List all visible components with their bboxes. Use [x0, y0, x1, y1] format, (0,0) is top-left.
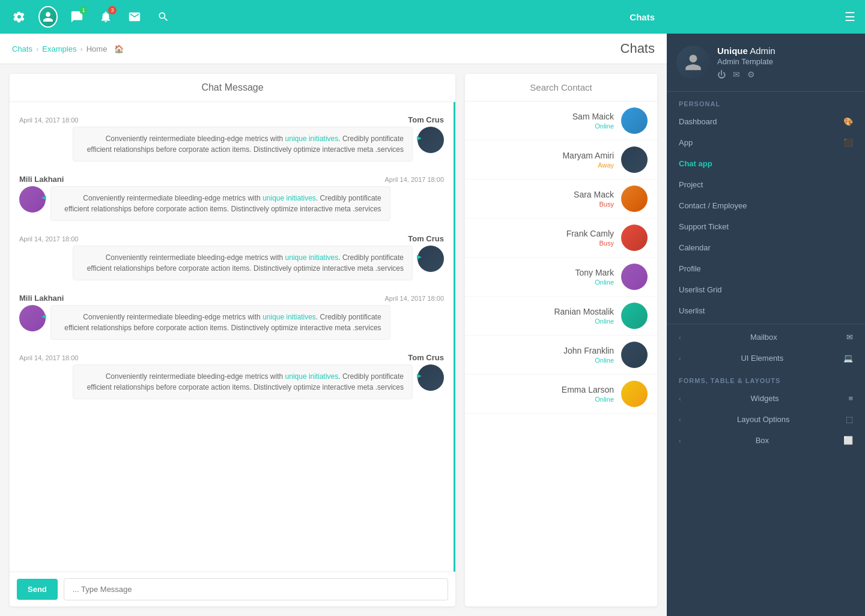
contact-item[interactable]: Maryam Amiri Away: [465, 140, 657, 180]
topnav-left: 1 3: [10, 7, 845, 26]
topnav-right: ☰: [845, 10, 855, 24]
sidebar-item-widgets[interactable]: ‹ Widgets ≡: [667, 388, 865, 409]
sidebar-item-chatapp[interactable]: Chat app: [667, 153, 865, 174]
settings-icon[interactable]: [10, 7, 29, 26]
contact-status: Online: [475, 396, 614, 403]
search-icon[interactable]: [154, 7, 173, 26]
sidebar-item-calendar-label: Calendar: [679, 243, 711, 252]
sidebar-item-mailbox[interactable]: ‹ Mailbox ✉: [667, 327, 865, 348]
contact-item[interactable]: Ranian Mostalik Online: [465, 297, 657, 336]
chat-bubble: Conveniently reintermediate bleeding-edg…: [73, 364, 413, 399]
chat-message: Conveniently reintermediate bleeding-edg…: [19, 305, 444, 340]
sidebar-item-project-label: Project: [679, 180, 703, 189]
send-button[interactable]: Send: [17, 579, 58, 600]
contact-info: Maryam Amiri Away: [475, 151, 614, 169]
chat-timestamp-row: April 14, 2017 18:00Tom Crus: [19, 234, 444, 243]
contacts-list: Sam Maick Online Maryam Amiri Away Sara …: [465, 101, 657, 606]
contact-item[interactable]: Emma Larson Online: [465, 375, 657, 414]
top-navbar: 1 3 Chats ☰: [0, 0, 865, 34]
contact-name: Tony Mark: [475, 268, 614, 277]
contact-avatar: [621, 225, 648, 251]
contact-status: Away: [475, 162, 614, 169]
sidebar-divider-1: [667, 324, 865, 324]
dashboard-icon: 🎨: [843, 117, 853, 126]
contact-status: Busy: [475, 201, 614, 208]
forms-section-label: FORMS, TABLE & LAYOUTS: [667, 369, 865, 388]
contact-item[interactable]: Sam Maick Online: [465, 101, 657, 140]
contact-info: Frank Camly Busy: [475, 229, 614, 247]
hamburger-icon[interactable]: ☰: [845, 10, 855, 24]
contact-name: Frank Camly: [475, 229, 614, 238]
topnav-chats-title: Chats: [630, 12, 655, 22]
cog-icon[interactable]: ⚙: [747, 70, 755, 79]
sidebar-item-support-ticket-label: Support Ticket: [679, 222, 729, 231]
contact-status: Online: [475, 279, 614, 286]
sidebar-item-ui-elements[interactable]: ‹ UI Elements 💻: [667, 348, 865, 369]
power-icon[interactable]: ⏻: [717, 70, 726, 79]
sidebar-item-userlist-label: Userlist: [679, 306, 705, 315]
sidebar-item-project[interactable]: Project: [667, 174, 865, 195]
chat-message: Conveniently reintermediate bleeding-edg…: [19, 364, 444, 399]
sidebar-item-box-label: Box: [681, 436, 843, 445]
brand-full-name: Admin Template: [717, 57, 775, 66]
contact-name: Ranian Mostalik: [475, 307, 614, 316]
sidebar-item-support-ticket[interactable]: Support Ticket: [667, 216, 865, 237]
contact-item[interactable]: Tony Mark Online: [465, 258, 657, 297]
contact-status: Online: [475, 357, 614, 364]
app-icon: ⬛: [843, 138, 853, 147]
contact-status: Busy: [475, 240, 614, 247]
contact-name: Emma Larson: [475, 385, 614, 394]
sidebar-item-mailbox-label: Mailbox: [681, 333, 846, 342]
contact-item[interactable]: Frank Camly Busy: [465, 219, 657, 258]
chat-timestamp-row: April 14, 2017 18:00Tom Crus: [19, 353, 444, 362]
sidebar-item-calendar[interactable]: Calendar: [667, 237, 865, 258]
contact-status: Online: [475, 318, 614, 325]
chat-messages[interactable]: April 14, 2017 18:00Tom CrusConveniently…: [10, 102, 455, 572]
mail-icon[interactable]: ✉: [733, 70, 740, 79]
sidebar-item-userlist-grid[interactable]: Userlist Grid: [667, 279, 865, 300]
sidebar-item-profile[interactable]: Profile: [667, 258, 865, 279]
contact-avatar: [621, 303, 648, 329]
message-input[interactable]: [64, 578, 448, 600]
notification-icon[interactable]: 3: [96, 7, 115, 26]
contact-avatar: [621, 342, 648, 368]
sidebar-item-app[interactable]: App ⬛: [667, 132, 865, 153]
chat-panel: Chat Message April 14, 2017 18:00Tom Cru…: [10, 74, 455, 606]
email-icon[interactable]: [125, 7, 144, 26]
mailbox-icon: ✉: [846, 333, 853, 342]
chat-bubble: Conveniently reintermediate bleeding-edg…: [50, 305, 390, 340]
sidebar-item-box[interactable]: ‹ Box ⬜: [667, 430, 865, 451]
sidebar-item-chatapp-label: Chat app: [679, 159, 712, 168]
sidebar-item-dashboard[interactable]: Dashboard 🎨: [667, 111, 865, 132]
widgets-icon: ≡: [848, 394, 853, 403]
user-avatar[interactable]: [38, 7, 58, 26]
chat-badge: 1: [79, 6, 88, 14]
sidebar-item-contact-employee[interactable]: Contact / Employee: [667, 195, 865, 216]
contact-avatar: [621, 186, 648, 212]
box-icon: ⬜: [843, 436, 853, 445]
chat-message: Conveniently reintermediate bleeding-edg…: [19, 127, 444, 162]
brand-icons: ⏻ ✉ ⚙: [717, 70, 775, 79]
contact-info: Sam Maick Online: [475, 112, 614, 130]
chat-timestamp-row: Mili LakhaniApril 14, 2017 18:00: [19, 175, 444, 184]
chat-timestamp-row: Mili LakhaniApril 14, 2017 18:00: [19, 294, 444, 303]
contact-name: John Franklin: [475, 346, 614, 355]
chat-bubble: Conveniently reintermediate bleeding-edg…: [50, 186, 390, 221]
sidebar-item-app-label: App: [679, 138, 693, 147]
contact-item[interactable]: John Franklin Online: [465, 336, 657, 375]
contact-name: Sam Maick: [475, 112, 614, 121]
breadcrumb-chats[interactable]: Chats: [12, 44, 32, 53]
contact-avatar: [621, 146, 648, 173]
sidebar-item-userlist[interactable]: Userlist: [667, 300, 865, 321]
sidebar-item-layout-options[interactable]: ‹ Layout Options ⬚: [667, 409, 865, 430]
sidebar-item-userlist-grid-label: Userlist Grid: [679, 285, 722, 294]
chat-icon[interactable]: 1: [67, 7, 86, 26]
ui-icon: 💻: [843, 354, 853, 363]
contact-item[interactable]: Sara Mack Busy: [465, 180, 657, 219]
breadcrumb-examples[interactable]: Examples: [42, 44, 76, 53]
chat-bubble: Conveniently reintermediate bleeding-edg…: [73, 127, 413, 162]
sidebar-item-ui-elements-label: UI Elements: [681, 354, 843, 363]
contact-info: Sara Mack Busy: [475, 190, 614, 208]
chat-panel-title: Chat Message: [10, 74, 455, 102]
contact-name: Maryam Amiri: [475, 151, 614, 160]
